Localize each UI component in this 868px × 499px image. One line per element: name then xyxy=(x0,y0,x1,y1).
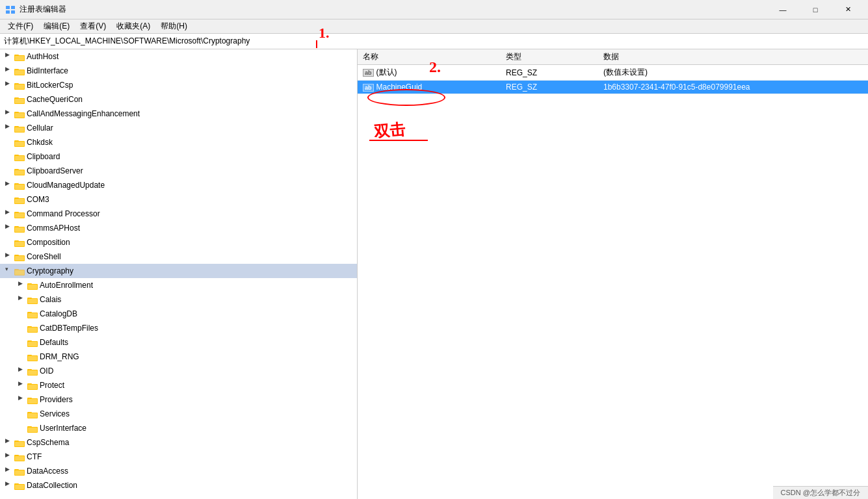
tree-arrow-icon[interactable]: ▶ xyxy=(5,480,14,491)
tree-item[interactable]: ▾Cryptography xyxy=(0,264,357,278)
tree-arrow-icon[interactable] xyxy=(5,194,14,205)
tree-arrow-icon[interactable]: ▾ xyxy=(5,266,14,276)
svg-rect-72 xyxy=(28,370,37,375)
tree-arrow-icon[interactable] xyxy=(5,237,14,248)
tree-item[interactable]: ▶Command Processor xyxy=(0,207,357,221)
tree-arrow-icon[interactable]: ▶ xyxy=(18,294,27,305)
tree-item[interactable]: CatDBTempFiles xyxy=(0,321,357,335)
tree-arrow-icon[interactable]: ▶ xyxy=(5,180,14,190)
tree-arrow-icon[interactable] xyxy=(18,409,27,419)
tree-arrow-icon[interactable]: ▶ xyxy=(5,66,14,76)
minimize-button[interactable]: — xyxy=(768,0,798,19)
tree-item[interactable]: ▶AuthHost xyxy=(0,49,357,64)
tree-item[interactable]: ▶CloudManagedUpdate xyxy=(0,178,357,192)
tree-arrow-icon[interactable]: ▶ xyxy=(5,437,14,448)
tree-arrow-icon[interactable]: ▶ xyxy=(5,123,14,133)
svg-rect-36 xyxy=(15,199,24,203)
svg-rect-42 xyxy=(15,227,24,232)
table-row[interactable]: abMachineGuidREG_SZ1b6b3307-2341-47f0-91… xyxy=(358,81,868,94)
tree-item[interactable]: ▶DataCollection xyxy=(0,478,357,493)
tree-arrow-icon[interactable]: ▶ xyxy=(5,466,14,476)
tree-item-label: CatalogDB xyxy=(40,309,77,318)
table-row[interactable]: ab(默认)REG_SZ(数值未设置) xyxy=(358,65,868,81)
svg-rect-90 xyxy=(15,456,24,461)
tree-item[interactable]: Defaults xyxy=(0,335,357,350)
tree-item[interactable]: DRM_RNG xyxy=(0,350,357,364)
svg-rect-39 xyxy=(15,213,24,218)
tree-arrow-icon[interactable]: ▶ xyxy=(18,366,27,376)
svg-rect-18 xyxy=(15,113,24,118)
svg-rect-48 xyxy=(15,256,24,261)
tree-arrow-icon[interactable]: ▶ xyxy=(5,223,14,233)
folder-icon xyxy=(14,166,25,175)
tree-arrow-icon[interactable] xyxy=(5,166,14,176)
tree-item[interactable]: ▶Protect xyxy=(0,378,357,392)
tree-item[interactable]: UserInterface xyxy=(0,421,357,435)
col-header-data[interactable]: 数据 xyxy=(598,49,868,65)
tree-arrow-icon[interactable] xyxy=(5,137,14,147)
tree-arrow-icon[interactable] xyxy=(18,337,27,348)
folder-icon xyxy=(14,95,25,104)
tree-item[interactable]: Composition xyxy=(0,235,357,250)
tree-arrow-icon[interactable] xyxy=(5,94,14,105)
tree-item[interactable]: ▶Providers xyxy=(0,392,357,407)
tree-item[interactable]: COM3 xyxy=(0,192,357,207)
tree-panel[interactable]: ▶AuthHost▶BidInterface▶BitLockerCspCache… xyxy=(0,49,358,499)
tree-arrow-icon[interactable] xyxy=(18,352,27,362)
tree-item-label: AutoEnrollment xyxy=(40,281,93,290)
tree-arrow-icon[interactable]: ▶ xyxy=(5,109,14,119)
tree-item[interactable]: ▶CTF xyxy=(0,450,357,464)
tree-item[interactable]: CacheQueriCon xyxy=(0,92,357,107)
tree-arrow-icon[interactable] xyxy=(18,423,27,433)
folder-icon xyxy=(14,81,25,90)
tree-arrow-icon[interactable]: ▶ xyxy=(5,251,14,262)
tree-arrow-icon[interactable]: ▶ xyxy=(5,209,14,219)
maximize-button[interactable]: □ xyxy=(800,0,830,19)
svg-rect-54 xyxy=(28,285,37,289)
col-header-name[interactable]: 名称 xyxy=(358,49,501,65)
tree-arrow-icon[interactable]: ▶ xyxy=(5,80,14,90)
tree-item[interactable]: ▶Cellular xyxy=(0,121,357,135)
tree-item[interactable]: ▶CspSchema xyxy=(0,435,357,450)
tree-item[interactable]: Clipboard xyxy=(0,149,357,164)
tree-item[interactable]: ▶DataAccess xyxy=(0,464,357,478)
tree-arrow-icon[interactable]: ▶ xyxy=(5,51,14,62)
tree-arrow-icon[interactable] xyxy=(5,151,14,162)
tree-item[interactable]: ▶CallAndMessagingEnhancement xyxy=(0,107,357,121)
svg-rect-33 xyxy=(15,185,24,189)
address-path: 计算机\HKEY_LOCAL_MACHINE\SOFTWARE\Microsof… xyxy=(4,36,250,47)
reg-name-cell: abMachineGuid xyxy=(358,81,501,94)
tree-item[interactable]: CatalogDB xyxy=(0,307,357,321)
tree-item[interactable]: Services xyxy=(0,407,357,421)
menu-help[interactable]: 帮助(H) xyxy=(155,19,192,33)
menu-edit[interactable]: 编辑(E) xyxy=(38,19,75,33)
tree-arrow-icon[interactable]: ▶ xyxy=(5,452,14,462)
tree-arrow-icon[interactable] xyxy=(18,323,27,333)
tree-item-label: Services xyxy=(40,409,70,418)
tree-item-label: CspSchema xyxy=(27,438,69,447)
tree-item[interactable]: ▶CommsAPHost xyxy=(0,221,357,235)
tree-item[interactable]: ▶CoreShell xyxy=(0,250,357,264)
registry-table: 名称 类型 数据 ab(默认)REG_SZ(数值未设置)abMachineGui… xyxy=(358,49,868,94)
tree-item[interactable]: Chkdsk xyxy=(0,135,357,149)
tree-item-label: Clipboard xyxy=(27,152,60,161)
col-header-type[interactable]: 类型 xyxy=(501,49,598,65)
tree-arrow-icon[interactable]: ▶ xyxy=(18,280,27,290)
tree-item[interactable]: ▶Calais xyxy=(0,292,357,307)
tree-arrow-icon[interactable]: ▶ xyxy=(18,380,27,390)
tree-arrow-icon[interactable] xyxy=(18,309,27,319)
tree-item[interactable]: ▶AutoEnrollment xyxy=(0,278,357,292)
tree-arrow-icon[interactable]: ▶ xyxy=(18,394,27,405)
tree-item-label: Composition xyxy=(27,238,70,247)
folder-icon xyxy=(27,295,38,304)
tree-item[interactable]: ▶BidInterface xyxy=(0,64,357,78)
tree-item[interactable]: ▶OID xyxy=(0,364,357,378)
window-controls: — □ ✕ xyxy=(768,0,863,19)
tree-item[interactable]: ▶BitLockerCsp xyxy=(0,78,357,92)
menu-file[interactable]: 文件(F) xyxy=(3,19,38,33)
tree-item-label: ClipboardServer xyxy=(27,166,83,175)
tree-item[interactable]: ClipboardServer xyxy=(0,164,357,178)
menu-favorites[interactable]: 收藏夹(A) xyxy=(111,19,155,33)
close-button[interactable]: ✕ xyxy=(833,0,863,19)
menu-view[interactable]: 查看(V) xyxy=(75,19,111,33)
